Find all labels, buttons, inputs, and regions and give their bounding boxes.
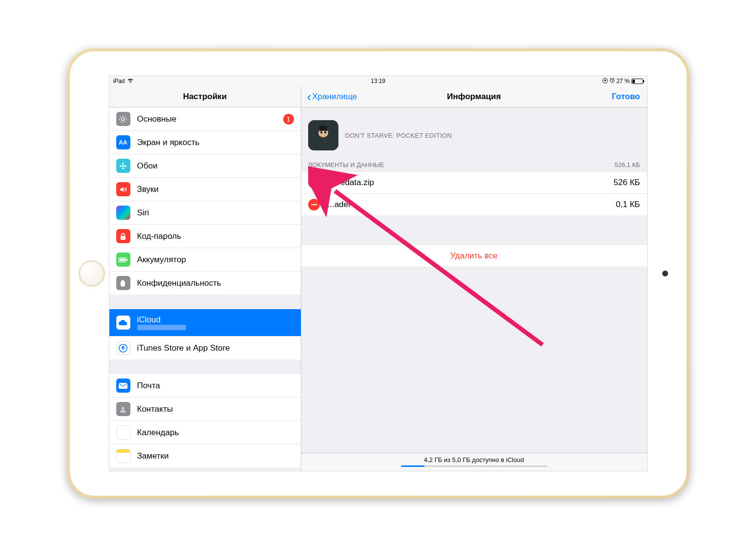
sidebar-item-label: iTunes Store и App Store — [137, 343, 294, 353]
svg-point-8 — [125, 165, 126, 167]
sidebar-item-label: iCloud — [137, 315, 186, 325]
svg-point-5 — [122, 163, 124, 165]
delete-all-button[interactable]: Удалить все — [301, 245, 647, 267]
file-size: 0,1 КБ — [616, 200, 640, 210]
siri-icon — [116, 206, 130, 220]
storage-bar — [401, 465, 547, 467]
svg-rect-12 — [120, 259, 125, 261]
battery-icon — [116, 252, 130, 267]
app-icon — [308, 120, 338, 150]
file-row[interactable]: savedata.zip 526 КБ — [301, 171, 647, 193]
wifi-icon — [127, 78, 134, 84]
battery-icon — [631, 79, 643, 84]
battery-pct: 27 % — [616, 78, 630, 84]
sidebar-item-label: Звуки — [137, 185, 294, 194]
docs-total-size: 526,1 КБ — [614, 161, 640, 168]
app-info: DON'T STARVE: POCKET EDITION — [301, 107, 647, 158]
sidebar-item-calendar[interactable]: Календарь — [109, 421, 301, 444]
storage-footer: 4,2 ГБ из 5,0 ГБ доступно в iCloud — [301, 453, 647, 471]
sidebar-item-privacy[interactable]: Конфиденциальность — [109, 272, 301, 295]
status-bar: iPad 13:19 27 % — [109, 76, 647, 86]
detail-title: Информация — [447, 92, 501, 102]
notes-icon — [116, 449, 130, 463]
mail-icon — [116, 379, 130, 393]
back-label: Хранилище — [312, 92, 357, 102]
sidebar-title: Настройки — [109, 86, 301, 107]
hand-icon — [116, 276, 130, 290]
sidebar-item-label: Контакты — [137, 404, 294, 414]
contacts-icon — [116, 402, 130, 416]
docs-section-header: ДОКУМЕНТЫ И ДАННЫЕ 526,1 КБ — [301, 158, 647, 171]
sidebar-item-label: Siri — [137, 208, 294, 218]
sidebar-item-label: Аккумулятор — [137, 255, 294, 265]
badge: 1 — [283, 114, 294, 125]
chevron-left-icon: ‹ — [307, 90, 312, 103]
sidebar-item-display[interactable]: AA Экран и яркость — [109, 131, 301, 154]
screen: iPad 13:19 27 % — [109, 76, 648, 471]
clock: 13:19 — [371, 78, 385, 84]
cloud-icon — [116, 316, 130, 330]
svg-rect-9 — [121, 236, 126, 240]
sidebar-item-passcode[interactable]: Код-пароль — [109, 225, 301, 248]
sidebar-item-label: Конфиденциальность — [137, 278, 294, 288]
svg-rect-14 — [119, 383, 127, 389]
sidebar-item-notes[interactable]: Заметки — [109, 444, 301, 467]
sidebar-item-icloud[interactable]: iCloud — [109, 309, 301, 337]
sidebar-item-label: Заметки — [137, 451, 294, 461]
svg-point-20 — [324, 131, 326, 133]
delete-row-button[interactable] — [308, 177, 320, 189]
sidebar-item-general[interactable]: Основные 1 — [109, 107, 301, 131]
sidebar-item-itunes[interactable]: iTunes Store и App Store — [109, 337, 301, 359]
svg-rect-11 — [126, 259, 127, 261]
done-button[interactable]: Готово — [612, 92, 640, 102]
delete-row-button[interactable] — [308, 199, 320, 210]
speaker-icon — [116, 182, 130, 196]
svg-rect-1 — [605, 80, 606, 81]
file-row[interactable]: ...ader 0,1 КБ — [301, 193, 647, 215]
back-button[interactable]: ‹ Хранилище — [307, 90, 357, 103]
storage-text: 4,2 ГБ из 5,0 ГБ доступно в iCloud — [301, 456, 647, 463]
sidebar-item-contacts[interactable]: Контакты — [109, 398, 301, 421]
flower-icon — [116, 159, 130, 173]
calendar-icon — [116, 425, 130, 440]
sidebar-item-wallpaper[interactable]: Обои — [109, 154, 301, 178]
svg-point-6 — [122, 168, 124, 169]
svg-point-19 — [320, 131, 322, 133]
sidebar-item-siri[interactable]: Siri — [109, 201, 301, 225]
rotation-lock-icon — [602, 78, 608, 85]
ipad-bezel: iPad 13:19 27 % — [67, 48, 690, 499]
docs-header-label: ДОКУМЕНТЫ И ДАННЫЕ — [308, 161, 384, 168]
sidebar-item-battery[interactable]: Аккумулятор — [109, 248, 301, 272]
svg-point-7 — [120, 165, 122, 167]
appstore-icon — [116, 341, 130, 355]
front-camera — [662, 271, 668, 276]
settings-sidebar: Настройки Основные 1 AA Экран и яркость — [109, 86, 301, 471]
file-name: savedata.zip — [328, 178, 614, 188]
sidebar-item-sounds[interactable]: Звуки — [109, 178, 301, 201]
gear-icon — [116, 112, 130, 126]
svg-point-3 — [122, 118, 125, 121]
icloud-account-sublabel — [137, 325, 186, 330]
sidebar-item-label: Экран и яркость — [137, 138, 294, 147]
detail-panel: ‹ Хранилище Информация Готово DON'T STAR… — [301, 86, 647, 471]
svg-rect-18 — [319, 126, 327, 131]
alarm-icon — [609, 78, 615, 84]
file-name: ...ader — [328, 200, 616, 210]
svg-point-15 — [122, 407, 125, 410]
sidebar-item-label: Календарь — [137, 428, 294, 438]
sidebar-item-label: Основные — [137, 114, 283, 124]
sidebar-item-label: Обои — [137, 161, 294, 171]
file-size: 526 КБ — [613, 178, 640, 188]
detail-header: ‹ Хранилище Информация Готово — [301, 86, 647, 107]
sidebar-item-mail[interactable]: Почта — [109, 374, 301, 398]
sidebar-item-label: Код-пароль — [137, 231, 294, 241]
sidebar-item-label: Почта — [137, 381, 294, 391]
device-label: iPad — [113, 78, 125, 84]
home-button[interactable] — [79, 260, 105, 287]
svg-point-4 — [122, 165, 124, 167]
text-size-icon: AA — [116, 135, 130, 149]
app-name: DON'T STARVE: POCKET EDITION — [345, 132, 452, 139]
lock-icon — [116, 229, 130, 243]
